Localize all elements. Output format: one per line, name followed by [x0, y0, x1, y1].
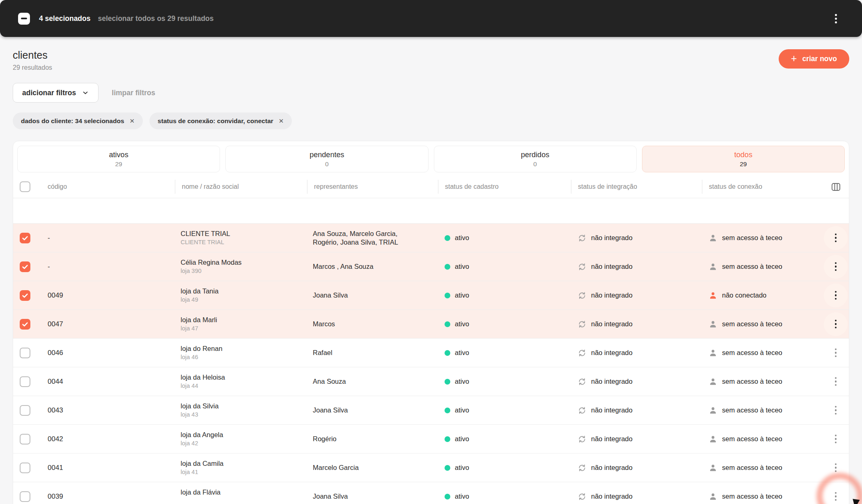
client-code: 0046	[41, 349, 175, 357]
tab-label: ativos	[18, 151, 220, 159]
row-checkbox[interactable]	[20, 405, 30, 416]
sync-icon	[578, 435, 587, 444]
client-code: 0047	[41, 320, 175, 328]
header-checkbox[interactable]	[20, 181, 30, 192]
person-icon	[708, 262, 718, 271]
tab-count: 0	[226, 160, 428, 168]
table-row[interactable]: 0042loja da Angelaloja 42Rogérioativonão…	[13, 425, 849, 454]
table-row[interactable]: 0043loja da Silvialoja 43Joana Silvaativ…	[13, 396, 849, 425]
selection-menu-button[interactable]	[828, 10, 844, 27]
row-menu-button[interactable]	[828, 316, 844, 332]
table-row[interactable]: 0047loja da Marliloja 47Marcosativonão i…	[13, 310, 849, 339]
row-checkbox[interactable]	[20, 491, 30, 502]
row-menu-button[interactable]	[828, 287, 844, 304]
main-content: clientes 29 resultados + criar novo adic…	[0, 37, 862, 504]
row-menu-button[interactable]	[828, 373, 844, 390]
person-icon	[708, 377, 718, 386]
select-all-checkbox[interactable]	[18, 13, 30, 25]
representatives: Marcelo Garcia	[307, 463, 438, 472]
row-menu-button[interactable]	[828, 431, 844, 447]
client-name: loja da Flávia	[181, 488, 307, 497]
client-code: 0041	[41, 464, 175, 472]
sync-icon	[578, 406, 587, 415]
row-menu-button[interactable]	[828, 230, 844, 246]
sync-icon	[578, 463, 587, 472]
kebab-icon	[835, 320, 837, 322]
table-body: -CLIENTE TRIALCLIENTE TRIALAna Souza, Ma…	[13, 224, 849, 504]
table-row[interactable]: 0039loja da FláviaJoana Silvaativonão in…	[13, 482, 849, 504]
row-menu-button[interactable]	[828, 488, 844, 504]
client-code: 0042	[41, 435, 175, 443]
representatives: Marcos , Ana Souza	[307, 262, 438, 271]
table-row[interactable]: 0041loja da Camilaloja 41Marcelo Garciaa…	[13, 454, 849, 482]
tab-ativos[interactable]: ativos29	[17, 146, 220, 172]
row-checkbox[interactable]	[20, 463, 30, 473]
kebab-icon	[835, 14, 837, 16]
representatives: Joana Silva	[307, 291, 438, 300]
kebab-icon	[835, 348, 837, 351]
row-menu-button[interactable]	[828, 345, 844, 361]
client-name: loja da Marli	[181, 316, 307, 324]
add-filters-button[interactable]: adicionar filtros	[13, 83, 99, 103]
table-row[interactable]: 0044loja da Heloisaloja 44Ana Souzaativo…	[13, 367, 849, 396]
status-cadastro: ativo	[438, 349, 571, 357]
status-cadastro: ativo	[438, 493, 571, 500]
table-row[interactable]: -CLIENTE TRIALCLIENTE TRIALAna Souza, Ma…	[13, 224, 849, 252]
client-code: -	[41, 263, 175, 271]
active-dot-icon	[445, 235, 450, 241]
person-icon	[708, 406, 718, 415]
clear-filters-link[interactable]: limpar filtros	[112, 89, 155, 97]
client-name: loja da Camila	[181, 459, 307, 468]
chevron-down-icon	[82, 89, 89, 96]
create-new-button[interactable]: + criar novo	[779, 49, 849, 69]
status-integracao: não integrado	[571, 406, 702, 415]
tab-todos[interactable]: todos29	[642, 146, 845, 172]
check-icon	[21, 320, 29, 328]
row-checkbox[interactable]	[20, 290, 30, 301]
status-conexao: sem acesso à teceo	[702, 262, 823, 271]
column-header: status de conexão	[702, 180, 823, 194]
row-checkbox[interactable]	[20, 261, 30, 272]
row-menu-button[interactable]	[828, 402, 844, 419]
sync-icon	[578, 492, 587, 501]
person-icon	[708, 348, 718, 357]
row-checkbox[interactable]	[20, 434, 30, 444]
tab-pendentes[interactable]: pendentes0	[225, 146, 428, 172]
status-conexao: sem acesso à teceo	[702, 234, 823, 243]
select-all-results-link[interactable]: selecionar todos os 29 resultados	[98, 14, 213, 23]
status-conexao: sem acesso à teceo	[702, 463, 823, 472]
status-cadastro: ativo	[438, 263, 571, 270]
active-dot-icon	[445, 436, 450, 442]
person-icon	[708, 234, 718, 243]
tab-perdidos[interactable]: perdidos0	[434, 146, 637, 172]
row-menu-button[interactable]	[828, 460, 844, 476]
row-menu-button[interactable]	[828, 259, 844, 275]
row-checkbox[interactable]	[20, 319, 30, 330]
check-icon	[21, 263, 29, 271]
row-checkbox[interactable]	[20, 348, 30, 358]
remove-chip-icon[interactable]: ✕	[279, 117, 284, 125]
filter-chip[interactable]: status de conexão: convidar, conectar✕	[149, 112, 292, 129]
active-dot-icon	[445, 465, 450, 471]
representatives: Rafael	[307, 348, 438, 357]
table-header-row: códigonome / razão socialrepresentantess…	[13, 176, 849, 198]
tab-count: 29	[642, 160, 844, 168]
row-checkbox[interactable]	[20, 233, 30, 243]
status-conexao: sem acesso à teceo	[702, 435, 823, 444]
client-name: CLIENTE TRIAL	[181, 229, 307, 238]
status-conexao: sem acesso à teceo	[702, 406, 823, 415]
add-filters-label: adicionar filtros	[22, 89, 76, 97]
row-checkbox[interactable]	[20, 376, 30, 387]
table-row[interactable]: -Célia Regina Modasloja 390Marcos , Ana …	[13, 252, 849, 281]
filter-chip[interactable]: dados do cliente: 34 selecionados✕	[13, 112, 143, 129]
sync-icon	[578, 262, 587, 271]
client-subname: loja 49	[181, 296, 307, 304]
minus-icon	[21, 18, 27, 19]
table-row[interactable]: 0049loja da Tanialoja 49Joana Silvaativo…	[13, 281, 849, 310]
status-conexao: sem acesso à teceo	[702, 320, 823, 329]
remove-chip-icon[interactable]: ✕	[130, 117, 135, 125]
client-subname: loja 42	[181, 440, 307, 447]
table-row[interactable]: 0046loja do Renanloja 46Rafaelativonão i…	[13, 339, 849, 367]
columns-settings-button[interactable]	[823, 181, 849, 192]
status-cadastro: ativo	[438, 320, 571, 328]
